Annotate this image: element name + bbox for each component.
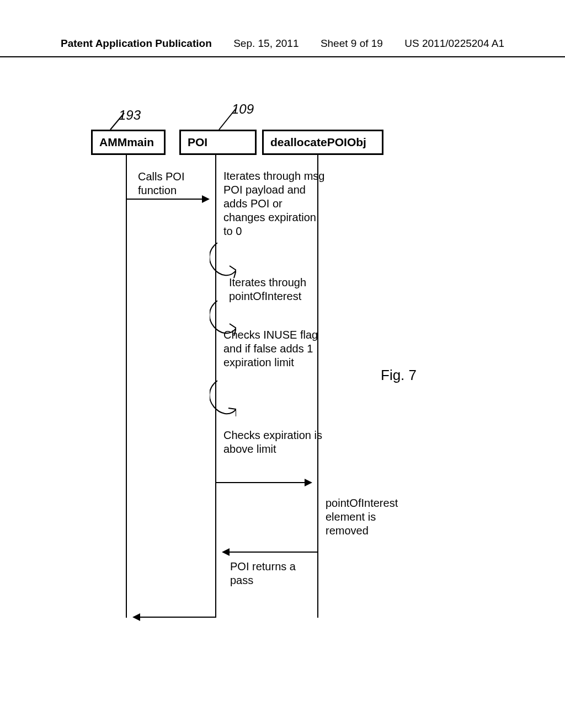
- arrow-to-dealloc: [216, 482, 311, 483]
- msg-iter1: Iterates through msg POI payload and add…: [223, 169, 326, 238]
- msg-call: Calls POI function: [138, 170, 210, 197]
- figure-label: Fig. 7: [381, 367, 417, 384]
- svg-line-0: [110, 113, 124, 130]
- msg-return: POI returns a pass: [230, 560, 302, 587]
- loop-3: [210, 381, 236, 416]
- msg-check2: Checks expiration is above limit: [223, 429, 323, 456]
- lane-poi: POI: [179, 130, 257, 155]
- msg-iter2: Iterates through pointOfInterest: [229, 276, 328, 303]
- header-left: Patent Application Publication: [61, 38, 212, 50]
- lane-ammmain: AMMmain: [91, 130, 166, 155]
- ref-line-b: [214, 105, 247, 132]
- lifeline-ammmain: [126, 154, 127, 618]
- header-docnum: US 2011/0225204 A1: [404, 38, 504, 50]
- arrow-return: [134, 617, 215, 618]
- sequence-diagram: 193 109 AMMmain POI deallocatePOIObj Cal…: [86, 110, 494, 618]
- lane-deallocate: deallocatePOIObj: [262, 130, 383, 155]
- header-date: Sep. 15, 2011: [233, 38, 299, 50]
- arrow-from-dealloc: [223, 552, 318, 553]
- loop-1: [210, 243, 236, 279]
- msg-removed: pointOfInterest element is removed: [326, 496, 419, 538]
- arrow-call: [127, 199, 209, 200]
- msg-check1: Checks INUSE flag and if false adds 1 ex…: [223, 328, 334, 370]
- header-sheet: Sheet 9 of 19: [321, 38, 383, 50]
- svg-line-1: [219, 108, 237, 130]
- ref-line-a: [102, 110, 130, 132]
- page-header: Patent Application Publication Sep. 15, …: [0, 38, 565, 57]
